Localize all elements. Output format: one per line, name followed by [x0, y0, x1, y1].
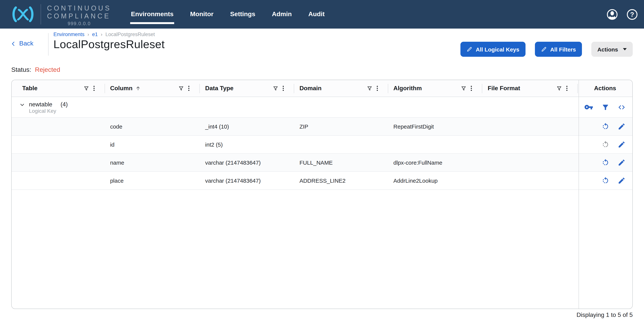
edit-icon[interactable]: [618, 141, 626, 148]
cell-domain: ADDRESS_LINE2: [294, 177, 388, 184]
status-label: Status:: [11, 66, 31, 74]
brand-text: CONTINUOUS COMPLIANCE 999.0.0.0: [47, 2, 111, 26]
nav-item-label: Environments: [131, 10, 174, 18]
cell-data-type: _int4 (10): [200, 123, 294, 130]
nav-item-label: Settings: [230, 10, 255, 18]
column-header-domain[interactable]: Domain: [294, 80, 388, 97]
title-divider: [48, 33, 48, 56]
brand-line2: COMPLIANCE: [47, 12, 111, 20]
code-icon[interactable]: [618, 103, 626, 111]
help-icon[interactable]: ?: [626, 8, 638, 20]
cell-data-type: varchar (2147483647): [200, 177, 294, 184]
column-header-table[interactable]: Table: [12, 80, 105, 97]
filter-icon[interactable]: [366, 85, 373, 91]
column-header-file-format[interactable]: File Format: [482, 80, 578, 97]
column-header-label: Domain: [300, 85, 322, 92]
column-header-label: File Format: [488, 85, 520, 92]
nav-item-audit[interactable]: Audit: [308, 0, 325, 28]
column-menu-icon[interactable]: [376, 85, 378, 92]
cell-algorithm: AddrLine2Lookup: [388, 177, 482, 184]
column-header-label: Column: [110, 85, 132, 92]
column-menu-icon[interactable]: [93, 85, 95, 92]
nav-item-label: Admin: [272, 10, 292, 18]
all-logical-keys-button[interactable]: All Logical Keys: [460, 42, 526, 57]
table-row-place: place varchar (2147483647) ADDRESS_LINE2…: [12, 172, 632, 190]
page-title: LocalPostgresRuleset: [54, 38, 165, 51]
nav-item-label: Monitor: [190, 10, 214, 18]
svg-text:?: ?: [630, 10, 634, 18]
cell-column: id: [105, 141, 200, 148]
table-row-id: id int2 (5): [12, 136, 632, 154]
sort-asc-icon: [136, 86, 141, 91]
cell-data-type: varchar (2147483647): [200, 159, 294, 166]
actions-dropdown-button[interactable]: Actions: [591, 42, 633, 57]
ruleset-table: Table Column Data Type: [11, 80, 633, 309]
brand-line1: CONTINUOUS: [47, 5, 111, 12]
nav-item-admin[interactable]: Admin: [272, 0, 292, 28]
cell-column: place: [105, 177, 200, 184]
button-label: All Logical Keys: [476, 46, 520, 52]
column-header-actions: Actions: [578, 80, 632, 97]
reset-icon[interactable]: [602, 177, 610, 185]
top-nav-bar: CONTINUOUS COMPLIANCE 999.0.0.0 Environm…: [0, 0, 644, 28]
filter-icon[interactable]: [272, 85, 279, 91]
cell-algorithm: RepeatFirstDigit: [388, 123, 482, 130]
row-actions: [578, 177, 632, 185]
table-group-row: newtable (4) Logical Key: [12, 97, 632, 118]
breadcrumb-environments[interactable]: Environments: [54, 31, 84, 37]
group-info: newtable (4) Logical Key: [12, 100, 105, 115]
active-underline: [130, 22, 174, 24]
edit-icon[interactable]: [618, 177, 626, 185]
all-filters-button[interactable]: All Filters: [535, 42, 582, 57]
table-header-row: Table Column Data Type: [12, 80, 632, 97]
pencil-icon: [466, 46, 472, 52]
group-row-count: (4): [60, 101, 68, 108]
cell-data-type: int2 (5): [200, 141, 294, 148]
cell-domain: ZIP: [294, 123, 388, 130]
column-menu-icon[interactable]: [188, 85, 190, 92]
chevron-left-icon: [10, 41, 16, 46]
group-actions: [578, 103, 632, 112]
group-subtitle: Logical Key: [29, 108, 68, 115]
filter-icon[interactable]: [83, 85, 89, 91]
cell-column: name: [105, 159, 200, 166]
status-row: Status: Rejected: [11, 66, 60, 74]
reset-icon[interactable]: [602, 123, 610, 130]
nav-item-environments[interactable]: Environments: [131, 0, 174, 28]
column-menu-icon[interactable]: [470, 85, 473, 92]
column-header-data-type[interactable]: Data Type: [200, 80, 294, 97]
chevron-down-icon[interactable]: [19, 102, 25, 108]
reset-icon[interactable]: [602, 159, 610, 167]
app-window: CONTINUOUS COMPLIANCE 999.0.0.0 Environm…: [0, 0, 644, 321]
actions-column-border: [578, 80, 579, 309]
column-menu-icon[interactable]: [566, 85, 568, 92]
column-header-algorithm[interactable]: Algorithm: [388, 80, 482, 97]
nav-item-monitor[interactable]: Monitor: [190, 0, 214, 28]
brand-version: 999.0.0.0: [47, 21, 111, 26]
breadcrumb-e1[interactable]: e1: [92, 31, 98, 37]
breadcrumb-current: LocalPostgresRuleset: [106, 31, 155, 37]
logical-key-icon[interactable]: [584, 103, 593, 112]
edit-icon[interactable]: [618, 159, 626, 167]
filter-icon[interactable]: [178, 85, 184, 91]
pencil-icon: [541, 46, 547, 52]
edit-icon[interactable]: [618, 123, 626, 130]
back-label: Back: [19, 40, 34, 47]
nav-item-settings[interactable]: Settings: [230, 0, 255, 28]
column-header-label: Algorithm: [394, 85, 422, 92]
reset-icon-disabled: [602, 141, 610, 148]
column-menu-icon[interactable]: [282, 85, 284, 92]
button-label: All Filters: [550, 46, 576, 52]
account-icon[interactable]: [606, 8, 618, 20]
breadcrumb-separator: ›: [88, 31, 89, 37]
row-actions: [578, 159, 632, 167]
column-header-column[interactable]: Column: [105, 80, 200, 97]
filter-icon[interactable]: [460, 85, 467, 91]
group-table-name[interactable]: newtable: [29, 101, 52, 108]
brand: CONTINUOUS COMPLIANCE 999.0.0.0: [0, 0, 111, 28]
cell-column: code: [105, 123, 200, 130]
filter-icon[interactable]: [556, 85, 562, 91]
back-button[interactable]: Back: [10, 40, 34, 47]
filter-filled-icon[interactable]: [602, 103, 610, 111]
column-header-label: Data Type: [205, 85, 234, 92]
